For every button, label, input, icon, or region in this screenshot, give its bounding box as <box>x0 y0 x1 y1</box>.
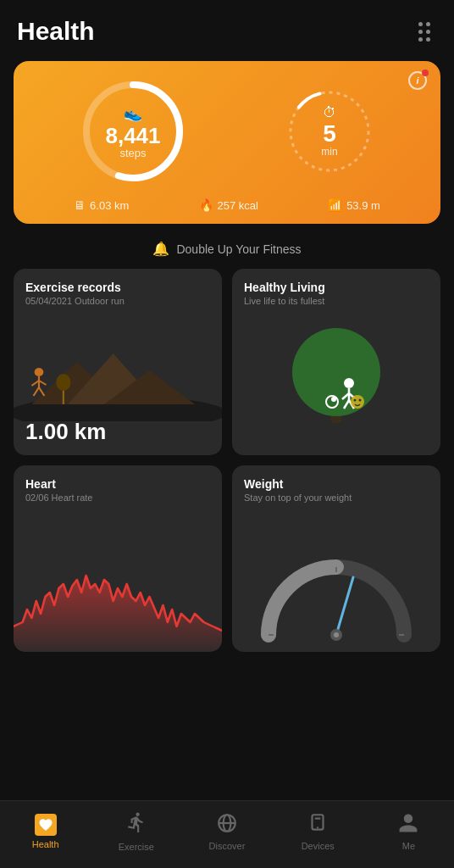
healthy-living-card[interactable]: Healthy Living Live life to its fullest <box>232 269 440 455</box>
cards-grid: Exercise records 05/04/2021 Outdoor run <box>14 269 440 652</box>
steps-label: steps <box>105 147 160 159</box>
timer-ring: ⏱ 5 min <box>283 85 376 178</box>
svg-point-40 <box>317 826 318 828</box>
svg-marker-29 <box>14 576 222 652</box>
svg-point-25 <box>331 397 336 402</box>
steps-ring: 👟 8,441 steps <box>78 76 188 186</box>
more-options-button[interactable] <box>418 22 437 42</box>
svg-point-18 <box>344 378 354 388</box>
healthy-card-title: Healthy Living <box>244 281 429 294</box>
svg-line-14 <box>34 387 39 396</box>
weight-gauge <box>232 542 440 652</box>
exercise-records-card[interactable]: Exercise records 05/04/2021 Outdoor run <box>14 269 222 455</box>
svg-point-27 <box>354 399 357 402</box>
promo-banner[interactable]: 🔔 Double Up Your Fitness <box>0 231 454 264</box>
calories-stat: 🔥 257 kcal <box>199 198 258 212</box>
nav-exercise[interactable]: Exercise <box>91 811 181 852</box>
heart-card-title: Heart <box>25 477 210 491</box>
exercise-landscape <box>14 345 222 421</box>
dot <box>426 22 430 26</box>
dot <box>426 37 430 42</box>
distance-icon: 🖥 <box>74 198 86 212</box>
svg-line-30 <box>336 577 353 635</box>
svg-point-28 <box>359 399 362 402</box>
me-nav-label: Me <box>402 841 415 851</box>
nav-discover[interactable]: Discover <box>181 812 272 851</box>
health-icon <box>35 814 57 836</box>
svg-line-13 <box>39 381 47 385</box>
svg-point-32 <box>334 632 339 637</box>
nav-health[interactable]: Health <box>0 814 91 849</box>
exercise-card-title: Exercise records <box>25 281 210 294</box>
flame-icon: 🔥 <box>199 198 213 212</box>
exercise-nav-label: Exercise <box>119 842 154 852</box>
devices-icon <box>307 812 329 837</box>
steps-value: 8,441 <box>105 125 160 147</box>
stats-row: 🖥 6.03 km 🔥 257 kcal 📶 53.9 m <box>30 198 424 212</box>
exercise-icon <box>125 811 147 838</box>
exercise-card-subtitle: 05/04/2021 Outdoor run <box>25 296 210 306</box>
discover-nav-label: Discover <box>209 841 246 851</box>
discover-icon <box>216 812 238 837</box>
notification-icon[interactable]: i <box>408 71 429 92</box>
health-nav-label: Health <box>32 839 59 849</box>
timer-label: min <box>321 146 337 158</box>
dot <box>418 22 423 26</box>
devices-nav-label: Devices <box>302 841 335 851</box>
heart-card-subtitle: 02/06 Heart rate <box>25 492 210 503</box>
speaker-icon: 🔔 <box>152 241 169 257</box>
bottom-navigation: Health Exercise Discover <box>0 800 454 868</box>
timer-value: 5 <box>321 122 337 146</box>
dot <box>418 30 423 34</box>
promo-text: Double Up Your Fitness <box>176 242 301 256</box>
svg-point-17 <box>292 328 380 416</box>
nav-devices[interactable]: Devices <box>273 812 363 851</box>
svg-point-9 <box>56 374 70 391</box>
elevation-icon: 📶 <box>328 198 342 212</box>
svg-line-15 <box>39 387 44 396</box>
tree-graphic <box>244 313 429 431</box>
page-title: Health <box>17 17 95 46</box>
distance-value: 6.03 km <box>90 199 129 212</box>
svg-point-26 <box>351 395 364 409</box>
nav-me[interactable]: Me <box>363 812 454 851</box>
header: Health <box>0 0 454 54</box>
dot <box>418 37 423 42</box>
distance-stat: 🖥 6.03 km <box>74 198 129 212</box>
elevation-stat: 📶 53.9 m <box>328 198 380 212</box>
heart-rate-card[interactable]: Heart 02/06 Heart rate <box>14 465 222 652</box>
healthy-card-subtitle: Live life to its fullest <box>244 296 429 306</box>
elevation-value: 53.9 m <box>346 199 380 212</box>
weight-card[interactable]: Weight Stay on top of your weight <box>232 465 440 652</box>
weight-card-subtitle: Stay on top of your weight <box>244 492 429 503</box>
stopwatch-icon: ⏱ <box>321 105 337 120</box>
calories-value: 257 kcal <box>218 199 258 212</box>
weight-card-title: Weight <box>244 477 429 491</box>
exercise-km-label: 1.00 km <box>25 419 106 445</box>
svg-point-10 <box>35 368 44 376</box>
me-icon <box>397 812 419 837</box>
svg-line-12 <box>31 381 39 386</box>
heart-rate-chart <box>14 550 222 652</box>
shoe-icon: 👟 <box>105 104 160 123</box>
dot <box>426 30 430 34</box>
activity-card[interactable]: i 👟 8,441 steps <box>14 61 440 224</box>
